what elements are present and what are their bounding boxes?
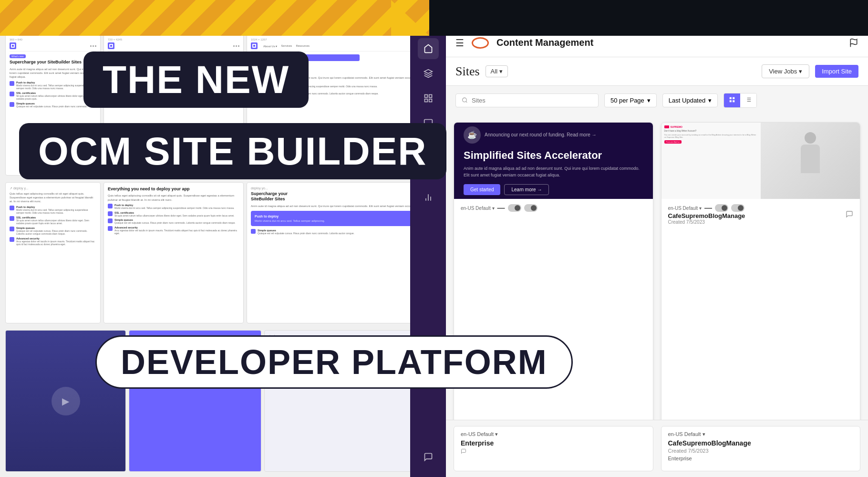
supremo-lang-badge: en-US Default ▾ xyxy=(668,206,702,211)
svg-rect-17 xyxy=(730,97,732,99)
list-view-button[interactable] xyxy=(740,93,756,107)
mock-list-item: SSL certificates Sit quis amet rutrum te… xyxy=(10,216,96,225)
search-input[interactable] xyxy=(472,97,592,104)
view-jobs-button[interactable]: View Jobs ▾ xyxy=(762,64,809,78)
mock-screen-deploy-md: Everything you need to deploy your app Q… xyxy=(103,182,244,324)
view-toggle xyxy=(723,93,757,108)
item-icon xyxy=(108,204,113,208)
app-title: Content Management xyxy=(496,37,841,48)
item-icon xyxy=(251,82,256,87)
mock-logo-1 xyxy=(10,42,16,49)
hero-cta-bar xyxy=(251,54,360,61)
item-icon xyxy=(10,206,14,210)
sidebar-item-analytics[interactable] xyxy=(418,187,439,208)
screen-label-2: 720 × 4245 xyxy=(108,38,239,41)
mock-nav-1 xyxy=(90,45,96,47)
mock-list-item: Push to deploy Morbi viverra dui mi arcu… xyxy=(10,81,96,90)
item-icon xyxy=(108,72,113,76)
sidebar-item-experiences[interactable] xyxy=(418,137,439,158)
import-site-button[interactable]: Import Site xyxy=(815,65,858,78)
list-icon xyxy=(745,96,752,103)
item-icon xyxy=(10,102,14,107)
sidebar xyxy=(410,29,446,477)
item-desc: Arcu egestas dolor vel iaculis in ipsum … xyxy=(16,240,96,246)
mock-list-item: Advanced security Arcu egestas dolor vel… xyxy=(108,94,239,100)
search-field-wrap[interactable] xyxy=(455,93,599,107)
oracle-logo xyxy=(472,37,489,49)
flag-icon xyxy=(849,38,858,48)
sites-heading: Sites xyxy=(455,64,480,79)
mock-deploy-title: Everything you need to deploy your app xyxy=(108,187,239,192)
mock-list-item: Advanced security Arcu egestas dolor vel… xyxy=(108,226,239,235)
sidebar-item-assets[interactable] xyxy=(418,63,439,84)
mock-title-1: Supercharge your SiteBuilder Sites xyxy=(10,60,96,65)
ssa-get-started-button[interactable]: Get started xyxy=(464,184,500,195)
svg-rect-1 xyxy=(424,95,427,98)
mock-screen-tablet: 720 × 4245 Everything you need to deploy… xyxy=(103,34,244,176)
item-icon xyxy=(251,229,256,234)
mock-logo-3 xyxy=(251,42,258,49)
chat-icon-bottom xyxy=(461,448,466,454)
bottom-card-1-lang: en-US Default ▾ xyxy=(461,431,646,437)
bottom-card-2-type: Enterprise xyxy=(668,456,854,461)
item-desc: Quisque est vel vulputate cursus. Risus … xyxy=(114,221,236,225)
item-desc: Quisque est vel vulputate cursus. Risus … xyxy=(16,229,96,236)
sidebar-item-home[interactable] xyxy=(418,38,439,59)
mock-badge-1: What's new xyxy=(10,54,26,58)
item-icon xyxy=(10,227,14,231)
mock-text-2: Quis tellus eget adipiscing convallis si… xyxy=(108,62,239,70)
search-icon xyxy=(462,97,468,104)
bottom-card-2-name: CafeSupremoBlogManage xyxy=(668,439,854,447)
svg-rect-20 xyxy=(730,100,732,102)
sidebar-item-sites[interactable] xyxy=(418,113,439,134)
item-desc: Sit quis amet rutrum tellus ullamcorper … xyxy=(114,214,234,218)
svg-rect-19 xyxy=(733,100,734,102)
mock-list-item: SSL certificates Sit quis amet rutrum te… xyxy=(10,92,96,101)
item-icon xyxy=(108,79,113,84)
sidebar-item-developer[interactable] xyxy=(418,162,439,183)
ssa-buttons: Get started Learn more → xyxy=(464,184,643,195)
mock-deploy-text: Quis tellus eget adipiscing convallis si… xyxy=(108,194,239,202)
item-icon xyxy=(108,94,113,99)
mock-list-item: Simple queues Quisque est vel vulputate … xyxy=(10,102,96,108)
mock-list-item: Simple queues Quisque est vel vulputate … xyxy=(108,86,239,93)
all-filter-dropdown[interactable]: All ▾ xyxy=(486,65,508,77)
ssa-card-footer: en-US Default ▾ — xyxy=(454,199,653,217)
sidebar-item-components[interactable] xyxy=(418,88,439,109)
svg-rect-2 xyxy=(429,95,432,98)
site-card-ssa: ☕ Announcing our next round of funding. … xyxy=(454,122,653,469)
cms-ui: ☰ Content Management Sites All ▾ View Jo… xyxy=(410,29,868,477)
supremo-lang: en-US Default ▾ — xyxy=(668,204,846,212)
item-desc: Sit quis amet rutrum tellus ullamcorper … xyxy=(16,94,96,101)
bottom-card-1: en-US Default ▾ Enterprise xyxy=(454,426,653,471)
ssa-learn-more-button[interactable]: Learn more → xyxy=(504,184,549,195)
sidebar-item-messaging[interactable] xyxy=(418,446,439,467)
item-icon xyxy=(108,218,113,223)
item-desc: Sit quis amet rutrum tellus ullamcorper … xyxy=(16,219,96,225)
bottom-card-2: en-US Default ▾ CafeSupremoBlogManage Cr… xyxy=(661,426,861,471)
ssa-icon: ☕ xyxy=(464,126,481,144)
item-icon xyxy=(10,92,14,96)
item-desc: Arcu egestas dolor vel iaculis in ipsum … xyxy=(114,229,239,235)
grid-view-button[interactable] xyxy=(724,93,740,107)
sort-dropdown[interactable]: Last Updated ▾ xyxy=(662,93,718,107)
item-icon xyxy=(10,237,14,242)
bottom-card-2-lang: en-US Default ▾ xyxy=(668,431,854,437)
supremo-card-info: en-US Default ▾ — CafeSupremoBlogManage xyxy=(668,204,846,225)
ssa-title: Simplified Sites Accelerator xyxy=(464,149,643,162)
supremo-name: CafeSupremoBlogManage xyxy=(668,212,846,219)
mock-screen-deploy-sm: ↗ deploy y... Quis tellus eget adipiscin… xyxy=(5,182,101,324)
mock-list-item: Push to deploy Morbi viverra dui mi arcu… xyxy=(108,204,239,210)
svg-rect-4 xyxy=(424,99,427,102)
mock-text-1: Anim aute id magna aliqua ad ad non dese… xyxy=(10,67,96,79)
grid-icon xyxy=(729,96,735,103)
bottom-cards-strip: en-US Default ▾ Enterprise en-US Default… xyxy=(446,420,868,477)
item-desc: Morbi viverra dui mi arcu sed. Tellus se… xyxy=(258,85,377,88)
bottom-card-1-meta xyxy=(461,448,646,454)
menu-button[interactable]: ☰ xyxy=(455,37,464,49)
mock-logo-2 xyxy=(108,42,114,49)
per-page-dropdown[interactable]: 50 per Page ▾ xyxy=(604,93,657,107)
right-panel: ☰ Content Management Sites All ▾ View Jo… xyxy=(410,0,868,477)
item-desc: Sit quis amet rutrum tellus ullamcorper … xyxy=(114,82,234,85)
sites-toolbar: Sites All ▾ View Jobs ▾ Import Site xyxy=(446,57,868,86)
